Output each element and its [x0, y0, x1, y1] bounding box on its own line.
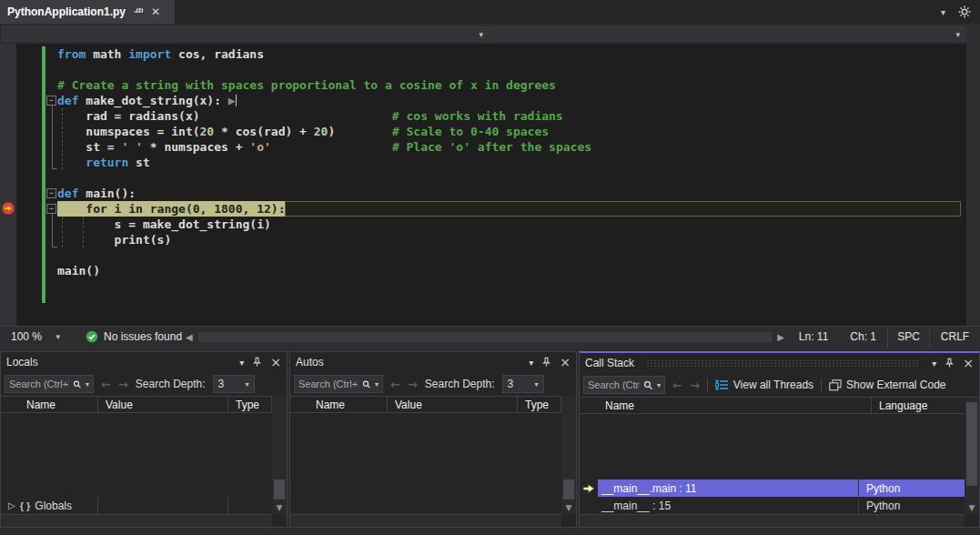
threads-icon: [715, 379, 729, 390]
variable-name-cell: ▷{ }Globals: [1, 497, 98, 514]
indent-guide: [62, 108, 63, 170]
search-input[interactable]: Search (Ctrl+E) ▾: [5, 375, 94, 393]
zoom-control[interactable]: 100 % ▾: [5, 330, 66, 343]
call-stack-frame[interactable]: __main__.main : 11Python: [580, 479, 965, 497]
fold-bracket: [52, 214, 57, 247]
frame-gutter: [580, 497, 598, 514]
search-depth-label: Search Depth:: [425, 378, 495, 390]
editor-vertical-scrollbar[interactable]: [966, 24, 980, 326]
code-line: st = ' ' * numspaces + 'o' # Place 'o' a…: [0, 139, 966, 155]
tab-strip: PythonApplication1.py ✕ ▾: [0, 0, 980, 24]
close-icon[interactable]: ×: [963, 357, 974, 369]
back-icon[interactable]: ←: [101, 378, 111, 391]
close-icon[interactable]: ×: [560, 356, 571, 368]
member-dropdown[interactable]: ▾: [490, 26, 965, 42]
line-ending-button[interactable]: CRLF: [929, 327, 980, 348]
pin-icon[interactable]: [133, 6, 144, 17]
drag-handle[interactable]: [646, 359, 920, 368]
autos-title-bar[interactable]: Autos ▾ ×: [290, 352, 576, 372]
expand-icon[interactable]: ▷: [8, 500, 15, 510]
editor-horizontal-scrollbar[interactable]: ◀ ▶: [186, 332, 784, 342]
chevron-down-icon: ▾: [56, 332, 60, 341]
locals-toolbar: Search (Ctrl+E) ▾ ← → Search Depth: 3▾: [1, 372, 287, 396]
window-position-icon[interactable]: ▾: [239, 358, 244, 368]
code-line: return st: [0, 155, 966, 170]
frame-gutter: [580, 479, 598, 497]
variable-row[interactable]: ▷{ }Globals: [1, 497, 272, 514]
gear-icon[interactable]: [958, 5, 971, 18]
code-line: numspaces = int(20 * cos(rad) + 20) # Sc…: [0, 124, 966, 139]
code-line: print(s): [0, 232, 966, 247]
code-line: rad = radians(x) # cos works with radian…: [0, 108, 966, 124]
pin-icon[interactable]: [541, 357, 551, 368]
scroll-right-icon[interactable]: ▶: [777, 332, 784, 342]
scroll-down-icon[interactable]: ▼: [272, 501, 287, 514]
column-name[interactable]: Name: [19, 396, 98, 413]
fold-bracket: [52, 106, 57, 169]
scroll-left-icon[interactable]: ◀: [186, 332, 193, 342]
column-name[interactable]: Name: [598, 397, 871, 414]
scroll-down-icon[interactable]: ▼: [561, 501, 576, 514]
column-value[interactable]: Value: [388, 396, 518, 413]
tab-pythonapplication1[interactable]: PythonApplication1.py ✕: [0, 0, 175, 24]
locals-title-bar[interactable]: Locals ▾ ×: [1, 352, 287, 372]
search-input[interactable]: Search (Ctrl+E) ▾: [294, 375, 383, 393]
view-all-threads-button[interactable]: View all Threads: [715, 379, 813, 391]
forward-icon[interactable]: →: [118, 378, 128, 391]
search-icon: [362, 379, 371, 389]
issues-indicator[interactable]: No issues found: [86, 330, 182, 343]
search-placeholder: Search (Ctrl: [588, 379, 640, 390]
call-stack-frame[interactable]: __main__ : 15Python: [580, 497, 965, 514]
column-name[interactable]: Name: [308, 396, 388, 413]
panel-title: Locals: [6, 356, 38, 368]
frame-language: Python: [858, 479, 965, 497]
panel-title: Autos: [296, 356, 324, 368]
close-tab-icon[interactable]: ✕: [151, 6, 160, 17]
collapse-region-icon[interactable]: [46, 204, 56, 214]
indent-guide: [62, 217, 63, 247]
back-icon[interactable]: ←: [390, 378, 400, 391]
locals-horizontal-scrollbar[interactable]: [1, 514, 272, 527]
search-depth-select[interactable]: 3▾: [213, 375, 255, 393]
window-position-icon[interactable]: ▾: [529, 358, 533, 368]
call-stack-horizontal-scrollbar[interactable]: [580, 514, 965, 527]
type-dropdown[interactable]: ▾: [2, 26, 489, 42]
spaces-mode-button[interactable]: SPC: [887, 327, 929, 348]
window-position-icon[interactable]: ▾: [932, 358, 936, 368]
back-icon[interactable]: ←: [672, 379, 682, 392]
code-line: [0, 62, 966, 77]
locals-vertical-scrollbar[interactable]: ▼: [272, 396, 287, 514]
pin-icon[interactable]: [252, 357, 262, 368]
code-editor[interactable]: from math import cos, radians# Create a …: [0, 44, 966, 326]
autos-horizontal-scrollbar[interactable]: [290, 514, 561, 527]
show-external-code-button[interactable]: Show External Code: [829, 379, 945, 391]
issues-text: No issues found: [104, 330, 182, 343]
code-line: for i in range(0, 1800, 12):: [0, 201, 966, 217]
scroll-down-icon[interactable]: ▼: [965, 501, 979, 514]
autos-column-headers: Name Value Type ▲: [290, 396, 576, 413]
call-stack-title-bar[interactable]: Call Stack ▾ ×: [580, 353, 979, 373]
breakpoint-current-statement-icon[interactable]: [1, 201, 15, 216]
column-type[interactable]: Type: [228, 396, 272, 413]
column-value[interactable]: Value: [98, 396, 228, 413]
column-indicator: Ch: 1: [850, 330, 876, 343]
search-depth-select[interactable]: 3▾: [502, 375, 544, 393]
locals-column-headers: Name Value Type ▲: [1, 396, 287, 413]
call-stack-vertical-scrollbar[interactable]: ▼: [965, 399, 979, 514]
pin-icon[interactable]: [945, 358, 955, 368]
column-type[interactable]: Type: [518, 396, 561, 413]
code-line: def main():: [0, 186, 966, 201]
scrollbar-thumb[interactable]: [198, 332, 772, 342]
column-language[interactable]: Language: [871, 397, 965, 414]
collapse-region-icon[interactable]: [46, 96, 56, 106]
autos-vertical-scrollbar[interactable]: ▼: [561, 396, 576, 514]
document-tabs-dropdown-icon[interactable]: ▾: [941, 7, 945, 17]
forward-icon[interactable]: →: [690, 379, 700, 392]
frame-name: __main__.main : 11: [598, 479, 858, 497]
panel-title: Call Stack: [585, 357, 634, 369]
collapse-region-icon[interactable]: [46, 188, 56, 198]
close-icon[interactable]: ×: [270, 356, 281, 368]
search-input[interactable]: Search (Ctrl ▾: [583, 376, 665, 394]
current-statement-extension: [285, 201, 961, 217]
forward-icon[interactable]: →: [408, 378, 418, 391]
